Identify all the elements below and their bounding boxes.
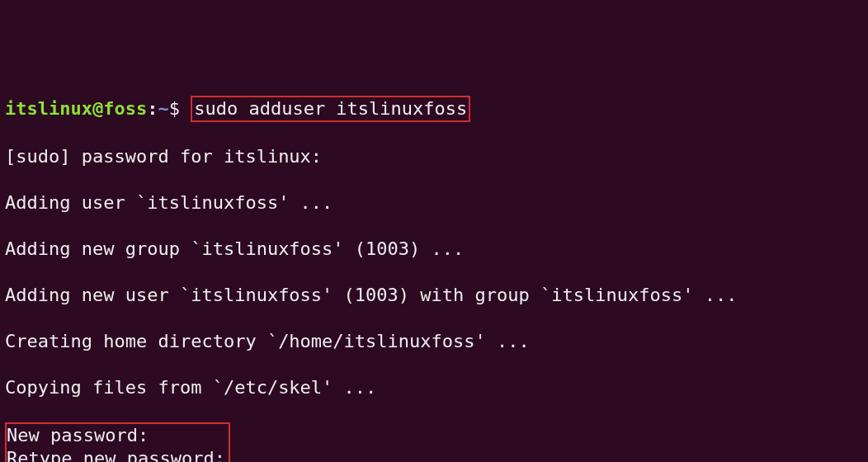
prompt-path: ~ [158, 98, 168, 119]
command-text: sudo adduser itslinuxfoss [194, 98, 467, 119]
output-line: Creating home directory `/home/itslinuxf… [5, 330, 863, 353]
prompt-dollar: $ [169, 98, 191, 119]
prompt-colon: : [147, 98, 158, 119]
output-line: Adding new group `itslinuxfoss' (1003) .… [5, 238, 863, 261]
output-line: Adding new user `itslinuxfoss' (1003) wi… [5, 284, 863, 307]
output-line: Copying files from `/etc/skel' ... [5, 376, 863, 399]
prompt-user: itslinux@foss [5, 98, 147, 119]
prompt-line[interactable]: itslinux@foss:~$ sudo adduser itslinuxfo… [5, 96, 863, 122]
output-line: Adding user `itslinuxfoss' ... [5, 191, 863, 214]
retype-password-line: Retype new password: [7, 447, 225, 462]
output-line: [sudo] password for itslinux: [5, 145, 863, 168]
password-highlight: New password:Retype new password: [5, 422, 230, 462]
new-password-line: New password: [7, 424, 225, 447]
command-highlight: sudo adduser itslinuxfoss [191, 96, 470, 122]
